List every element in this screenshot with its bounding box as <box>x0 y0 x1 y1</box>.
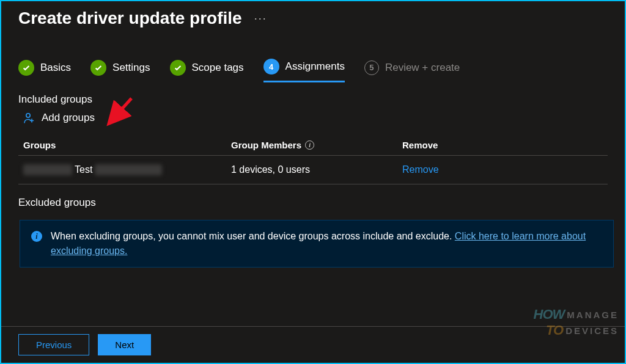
step-number-icon: 5 <box>364 60 379 75</box>
group-name: Test <box>75 164 92 175</box>
check-icon <box>170 60 186 76</box>
step-review-create[interactable]: 5 Review + create <box>364 59 460 82</box>
column-groups: Groups <box>23 140 231 150</box>
remove-link[interactable]: Remove <box>402 164 512 175</box>
redacted-text <box>23 164 72 175</box>
step-assignments[interactable]: 4 Assignments <box>263 59 345 82</box>
check-icon <box>90 60 106 76</box>
banner-text: When excluding groups, you cannot mix us… <box>51 229 602 258</box>
step-scope-tags[interactable]: Scope tags <box>170 59 244 82</box>
info-icon[interactable]: i <box>305 140 314 150</box>
column-members: Group Members i <box>231 140 402 150</box>
step-label: Scope tags <box>192 62 244 74</box>
add-groups-button[interactable]: Add groups <box>23 112 608 124</box>
svg-point-0 <box>26 114 30 117</box>
wizard-steps: Basics Settings Scope tags 4 Assignments… <box>18 59 608 82</box>
add-groups-label: Add groups <box>42 112 95 124</box>
step-label: Basics <box>40 62 71 74</box>
check-icon <box>18 60 34 76</box>
step-label: Review + create <box>385 62 460 74</box>
page-title: Create driver update profile <box>18 9 242 28</box>
info-icon: i <box>31 231 42 242</box>
more-menu-icon[interactable]: ··· <box>254 12 267 25</box>
footer: Previous Next <box>1 326 625 363</box>
column-remove: Remove <box>402 140 512 150</box>
group-members-value: 1 devices, 0 users <box>231 164 402 175</box>
included-groups-table: Groups Group Members i Remove Test 1 dev… <box>18 135 608 184</box>
step-basics[interactable]: Basics <box>18 59 71 82</box>
group-name-cell: Test <box>23 164 231 175</box>
previous-button[interactable]: Previous <box>18 334 89 355</box>
info-banner: i When excluding groups, you cannot mix … <box>20 220 614 268</box>
excluded-groups-heading: Excluded groups <box>18 197 608 209</box>
table-row: Test 1 devices, 0 users Remove <box>18 156 608 184</box>
next-button[interactable]: Next <box>98 334 151 355</box>
redacted-text <box>95 164 162 175</box>
table-header: Groups Group Members i Remove <box>18 135 608 156</box>
step-label: Settings <box>112 62 150 74</box>
included-groups-heading: Included groups <box>18 93 608 106</box>
step-settings[interactable]: Settings <box>90 59 150 82</box>
step-number-icon: 4 <box>263 59 279 75</box>
step-label: Assignments <box>285 60 345 73</box>
person-add-icon <box>23 112 35 124</box>
